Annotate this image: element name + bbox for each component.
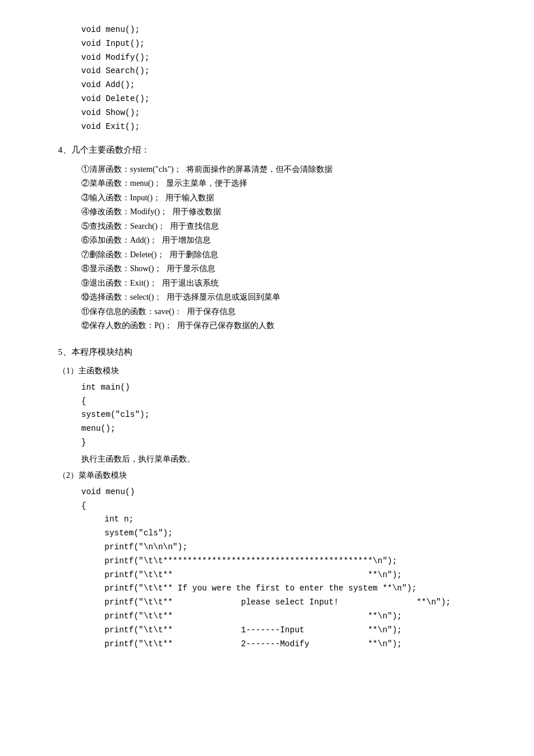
- module-2-title: （2）菜单函数模块: [58, 469, 499, 483]
- main-content: void menu(); void Input(); void Modify()…: [35, 23, 499, 651]
- main-code-line-1: int main(): [81, 381, 499, 395]
- func-desc-12: 用于保存已保存数据的人数: [177, 319, 275, 333]
- module-2: （2）菜单函数模块 void menu() { int n; system("c…: [58, 469, 499, 651]
- func-item-8: ⑧显示函数：Show()； 用于显示信息: [81, 262, 499, 276]
- code-line-2: void Input();: [81, 37, 499, 51]
- section-4-title: 4、几个主要函数介绍：: [58, 143, 499, 158]
- func-label-6: ⑥添加函数：Add()；: [81, 233, 157, 248]
- func-desc-9: 用于退出该系统: [162, 276, 219, 291]
- func-desc-3: 用于输入数据: [165, 191, 214, 206]
- code-line-7: void Show();: [81, 106, 499, 120]
- func-desc-4: 用于修改数据: [172, 205, 221, 219]
- menu-code-printf-if: printf("\t\t** If you were the first to …: [104, 582, 499, 596]
- func-label-10: ⑩选择函数：select()；: [81, 290, 162, 305]
- func-desc-10: 用于选择显示信息或返回到菜单: [167, 290, 280, 305]
- code-line-5: void Add();: [81, 78, 499, 92]
- main-code-block: int main() { system("cls"); menu(); }: [81, 381, 499, 450]
- func-desc-1: 将前面操作的屏幕清楚，但不会清除数据: [186, 163, 333, 177]
- menu-code-printf-empty2: printf("\t\t** **\n");: [104, 610, 499, 624]
- func-item-6: ⑥添加函数：Add()； 用于增加信息: [81, 233, 499, 248]
- func-desc-7: 用于删除信息: [169, 248, 218, 262]
- func-item-11: ⑪保存信息的函数：save()： 用于保存信息: [81, 305, 499, 319]
- main-code-line-2: {: [81, 395, 499, 409]
- func-item-9: ⑨退出函数：Exit()； 用于退出该系统: [81, 276, 499, 291]
- func-label-5: ⑤查找函数：Search()；: [81, 219, 165, 234]
- menu-code-block: void menu() { int n; system("cls"); prin…: [81, 485, 499, 651]
- main-code-line-3: system("cls");: [81, 408, 499, 422]
- func-item-4: ④修改函数：Modify()； 用于修改数据: [81, 205, 499, 219]
- func-item-2: ②菜单函数：menu()； 显示主菜单，便于选择: [81, 177, 499, 191]
- function-list: ①清屏函数：system("cls")； 将前面操作的屏幕清楚，但不会清除数据 …: [81, 163, 499, 333]
- menu-code-printf-empty1: printf("\t\t** **\n");: [104, 568, 499, 582]
- func-label-7: ⑦删除函数：Delete()；: [81, 248, 165, 262]
- main-code-line-5: }: [81, 436, 499, 450]
- menu-code-printf-modify: printf("\t\t** 2-------Modify **\n");: [104, 638, 499, 651]
- code-line-4: void Search();: [81, 64, 499, 78]
- func-label-3: ③输入函数：Input()；: [81, 191, 161, 206]
- code-line-1: void menu();: [81, 23, 499, 37]
- menu-code-printf-stars: printf("\t\t****************************…: [104, 555, 499, 568]
- menu-code-brace-open: {: [81, 499, 499, 513]
- func-label-9: ⑨退出函数：Exit()；: [81, 276, 157, 291]
- func-label-12: ⑫保存人数的函数：P()；: [81, 319, 172, 333]
- module-1: （1）主函数模块 int main() { system("cls"); men…: [58, 364, 499, 466]
- menu-code-printf-input: printf("\t\t** 1-------Input **\n");: [104, 624, 499, 638]
- func-item-12: ⑫保存人数的函数：P()； 用于保存已保存数据的人数: [81, 319, 499, 333]
- func-label-8: ⑧显示函数：Show()；: [81, 262, 162, 276]
- func-desc-6: 用于增加信息: [162, 233, 211, 248]
- func-label-4: ④修改函数：Modify()；: [81, 205, 168, 219]
- code-declarations-block: void menu(); void Input(); void Modify()…: [81, 23, 499, 134]
- module-1-title: （1）主函数模块: [58, 364, 499, 379]
- main-desc: 执行主函数后，执行菜单函数。: [81, 452, 499, 467]
- func-item-5: ⑤查找函数：Search()； 用于查找信息: [81, 219, 499, 234]
- func-item-3: ③输入函数：Input()； 用于输入数据: [81, 191, 499, 206]
- func-desc-11: 用于保存信息: [187, 305, 236, 319]
- section-5: 5、本程序模块结构 （1）主函数模块 int main() { system("…: [35, 345, 499, 651]
- code-line-8: void Exit();: [81, 120, 499, 134]
- func-item-7: ⑦删除函数：Delete()； 用于删除信息: [81, 248, 499, 262]
- func-desc-8: 用于显示信息: [167, 262, 215, 276]
- func-label-1: ①清屏函数：system("cls")；: [81, 163, 182, 177]
- code-line-6: void Delete();: [81, 92, 499, 106]
- menu-code-printf-nnn: printf("\n\n\n");: [104, 541, 499, 555]
- func-desc-5: 用于查找信息: [170, 219, 219, 234]
- menu-code-int-n: int n;: [104, 513, 499, 527]
- menu-code-system: system("cls");: [104, 527, 499, 541]
- menu-code-printf-please: printf("\t\t** please select Input! **\n…: [104, 596, 499, 610]
- func-item-10: ⑩选择函数：select()； 用于选择显示信息或返回到菜单: [81, 290, 499, 305]
- section-4: 4、几个主要函数介绍： ①清屏函数：system("cls")； 将前面操作的屏…: [35, 143, 499, 333]
- section-5-title: 5、本程序模块结构: [58, 345, 499, 360]
- func-label-11: ⑪保存信息的函数：save()：: [81, 305, 182, 319]
- func-item-1: ①清屏函数：system("cls")； 将前面操作的屏幕清楚，但不会清除数据: [81, 163, 499, 177]
- func-desc-2: 显示主菜单，便于选择: [166, 177, 247, 191]
- menu-code-line-void: void menu(): [81, 485, 499, 499]
- code-line-3: void Modify();: [81, 51, 499, 65]
- func-label-2: ②菜单函数：menu()；: [81, 177, 161, 191]
- main-code-line-4: menu();: [81, 422, 499, 436]
